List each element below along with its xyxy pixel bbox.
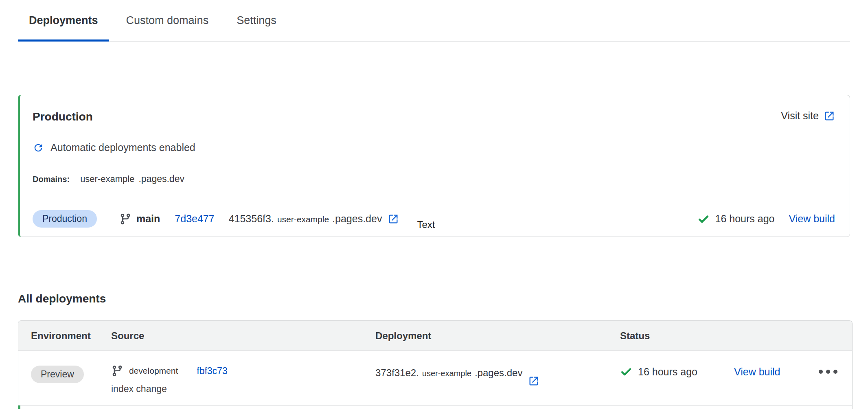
domain-suffix: .pages.dev bbox=[138, 173, 184, 184]
git-branch-icon bbox=[119, 213, 132, 225]
domain-name: user-example bbox=[80, 174, 134, 184]
environment-badge: Preview bbox=[31, 366, 84, 383]
deployment-note: Text bbox=[417, 219, 435, 230]
auto-deployments-text: Automatic deployments enabled bbox=[50, 142, 195, 153]
column-header-environment: Environment bbox=[31, 330, 111, 342]
visit-site-link[interactable]: Visit site bbox=[781, 110, 835, 122]
branch-name: development bbox=[129, 366, 178, 376]
tab-label: Deployments bbox=[29, 14, 98, 27]
status-time: 16 hours ago bbox=[715, 213, 775, 225]
deployment-status: 16 hours ago View build bbox=[697, 213, 835, 225]
deployment-url-suffix: .pages.dev bbox=[475, 367, 522, 379]
tab-label: Custom domains bbox=[126, 14, 209, 27]
production-deployment-row: Production main 7d3e477 415356f3. user-e… bbox=[20, 201, 850, 237]
git-branch-icon bbox=[111, 365, 123, 377]
view-build-link[interactable]: View build bbox=[789, 213, 835, 225]
tab-bar: Deployments Custom domains Settings bbox=[18, 0, 850, 42]
source-cell: development fbf3c73 index change bbox=[111, 365, 375, 395]
status-time: 16 hours ago bbox=[638, 366, 697, 378]
deployment-url-prefix: 373f31e2. bbox=[375, 367, 419, 379]
tab-settings[interactable]: Settings bbox=[226, 0, 287, 41]
tab-label: Settings bbox=[237, 14, 276, 27]
auto-deployments-status: Automatic deployments enabled bbox=[33, 142, 835, 153]
deployment-cell: 373f31e2. user-example .pages.dev bbox=[375, 365, 620, 395]
all-deployments-heading: All deployments bbox=[18, 292, 850, 306]
deployment-url-name: user-example bbox=[277, 215, 329, 224]
environment-badge: Production bbox=[33, 210, 97, 228]
table-header-row: Environment Source Deployment Status bbox=[18, 321, 852, 351]
visit-site-label: Visit site bbox=[781, 110, 819, 122]
branch-name: main bbox=[136, 213, 160, 225]
tab-deployments[interactable]: Deployments bbox=[18, 0, 109, 41]
production-card: Production Visit site Automatic deployme… bbox=[18, 95, 850, 237]
table-row-partial bbox=[18, 405, 852, 409]
check-icon bbox=[697, 213, 710, 225]
all-deployments-table: Environment Source Deployment Status Pre… bbox=[18, 320, 853, 409]
external-link-icon[interactable] bbox=[528, 375, 539, 387]
external-link-icon bbox=[824, 110, 835, 122]
column-header-source: Source bbox=[111, 330, 375, 342]
deployment-url-suffix: .pages.dev bbox=[332, 213, 382, 225]
view-build-link[interactable]: View build bbox=[734, 366, 780, 378]
refresh-icon bbox=[33, 142, 44, 153]
environment-cell: Preview bbox=[31, 365, 111, 395]
pages-project-deployments-view: Deployments Custom domains Settings Prod… bbox=[0, 0, 868, 412]
commit-link[interactable]: 7d3e477 bbox=[175, 213, 214, 225]
tab-custom-domains[interactable]: Custom domains bbox=[115, 0, 220, 41]
check-icon bbox=[620, 366, 632, 378]
production-title: Production bbox=[33, 110, 93, 124]
status-cell: 16 hours ago View build bbox=[620, 365, 852, 378]
production-card-header: Production Visit site bbox=[33, 110, 835, 124]
deployment-url-name: user-example bbox=[422, 369, 471, 378]
domains-label: Domains: bbox=[33, 175, 70, 184]
external-link-icon[interactable] bbox=[388, 213, 399, 225]
deployment-url: 415356f3. user-example .pages.dev bbox=[229, 213, 382, 225]
more-options-icon[interactable] bbox=[818, 366, 838, 378]
commit-message: index change bbox=[111, 383, 375, 395]
column-header-status: Status bbox=[620, 330, 852, 342]
production-card-top: Production Visit site Automatic deployme… bbox=[20, 95, 850, 201]
column-header-deployment: Deployment bbox=[375, 330, 620, 342]
deployment-url-prefix: 415356f3. bbox=[229, 213, 274, 225]
table-row: Preview development fbf3c73 index change… bbox=[18, 351, 852, 405]
commit-link[interactable]: fbf3c73 bbox=[197, 366, 227, 377]
domains-row: Domains: user-example .pages.dev bbox=[33, 173, 835, 184]
